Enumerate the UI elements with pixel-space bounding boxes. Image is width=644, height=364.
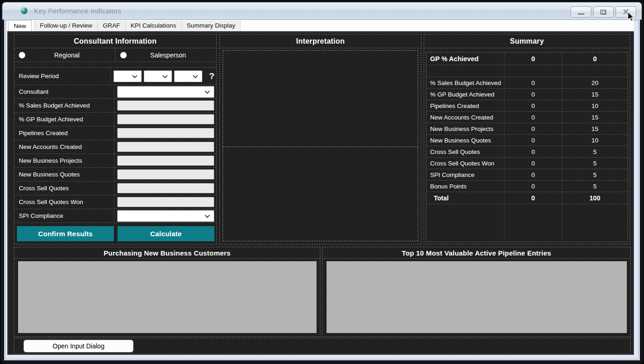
spi-compliance-dropdown[interactable] bbox=[117, 210, 214, 222]
summary-empty-area bbox=[426, 204, 627, 242]
sales-budget-input[interactable] bbox=[117, 100, 214, 111]
new-accounts-input[interactable] bbox=[117, 142, 214, 152]
review-period-controls: ? bbox=[111, 68, 216, 85]
review-period-month-dropdown[interactable] bbox=[144, 70, 172, 82]
sales-budget-label: % Sales Budget Achieved bbox=[14, 99, 114, 112]
cross-sell-quotes-won-input[interactable] bbox=[117, 197, 214, 207]
sales-budget-row: % Sales Budget Achieved bbox=[14, 99, 216, 113]
salesperson-radio-label: Salesperson bbox=[127, 51, 210, 59]
new-business-projects-input[interactable] bbox=[117, 155, 214, 166]
summary-row-sales-budget: % Sales Budget Achieved 0 20 bbox=[426, 77, 627, 89]
spi-compliance-row: SPI Compliance bbox=[14, 209, 216, 223]
maximize-button[interactable] bbox=[593, 6, 614, 17]
cross-sell-quotes-row: Cross Sell Quotes bbox=[14, 182, 216, 195]
kpi-form: Consultant Information Regional Salesper… bbox=[7, 31, 634, 355]
summary-row-total: Total 0 100 bbox=[426, 192, 627, 204]
purchasing-customers-title: Purchasing New Business Customers bbox=[14, 247, 320, 259]
regional-radio-option[interactable]: Regional bbox=[14, 48, 116, 62]
review-period-label: Review Period bbox=[14, 68, 111, 85]
open-input-dialog-button[interactable]: Open Input Dialog bbox=[23, 340, 134, 353]
pipeline-entries-title: Top 10 Most Valuable Active Pipeline Ent… bbox=[323, 247, 630, 259]
tab-strip: New Follow-up / Review GRAF KPI Calculat… bbox=[7, 20, 634, 31]
new-business-quotes-label: New Business Quotes bbox=[14, 168, 114, 181]
consultant-row: Consultant bbox=[14, 85, 216, 99]
calculate-button[interactable]: Calculate bbox=[118, 226, 214, 241]
interpretation-panel: Interpretation bbox=[219, 34, 421, 245]
pipelines-created-input[interactable] bbox=[117, 128, 214, 138]
purchasing-customers-list-wrap bbox=[14, 259, 320, 336]
regional-radio[interactable] bbox=[19, 52, 25, 58]
review-period-row: Review Period ? bbox=[14, 68, 216, 85]
consultant-information-panel: Consultant Information Regional Salesper… bbox=[14, 34, 217, 245]
tab-follow-up-review[interactable]: Follow-up / Review bbox=[34, 21, 97, 31]
tab-summary-display[interactable]: Summary Display bbox=[181, 21, 241, 31]
gp-budget-row: % GP Budget Achieved bbox=[14, 113, 216, 126]
chevron-down-icon bbox=[205, 88, 210, 93]
summary-row-new-business-projects: New Business Projects 0 15 bbox=[426, 123, 627, 135]
spacer-row bbox=[14, 62, 216, 68]
cross-sell-quotes-won-row: Cross Sell Quotes Won bbox=[14, 195, 216, 209]
new-business-projects-row: New Business Projects bbox=[14, 154, 216, 168]
minimize-icon bbox=[578, 13, 584, 15]
pipelines-created-label: Pipelines Created bbox=[14, 126, 114, 140]
pipelines-created-row: Pipelines Created bbox=[14, 126, 216, 140]
interpretation-textbox-2 bbox=[223, 147, 418, 241]
purchasing-customers-panel: Purchasing New Business Customers bbox=[14, 247, 320, 337]
chevron-down-icon bbox=[205, 212, 210, 217]
summary-row-new-accounts: New Accounts Created 0 15 bbox=[426, 112, 627, 123]
cross-sell-quotes-label: Cross Sell Quotes bbox=[14, 182, 114, 195]
summary-row-pipelines-created: Pipelines Created 0 10 bbox=[426, 100, 627, 112]
tab-graf[interactable]: GRAF bbox=[97, 21, 125, 31]
client-area: New Follow-up / Review GRAF KPI Calculat… bbox=[7, 20, 634, 355]
new-business-quotes-input[interactable] bbox=[117, 169, 214, 180]
summary-row-bonus-points: Bonus Points 0 5 bbox=[426, 181, 627, 192]
summary-row-new-business-quotes: New Business Quotes 0 10 bbox=[426, 135, 627, 146]
salesperson-radio-option[interactable]: Salesperson bbox=[116, 48, 217, 62]
tab-kpi-calculations[interactable]: KPI Calculations bbox=[125, 21, 181, 31]
tab-new[interactable]: New bbox=[8, 20, 32, 31]
app-window: Key Performance Indicators ✕ New Follow-… bbox=[0, 0, 644, 364]
app-icon bbox=[21, 7, 28, 14]
new-accounts-row: New Accounts Created bbox=[14, 140, 216, 154]
summary-row-gp-budget: % GP Budget Achieved 0 15 bbox=[426, 89, 627, 100]
purchasing-customers-listbox[interactable] bbox=[17, 261, 317, 334]
review-period-day-dropdown[interactable] bbox=[113, 70, 142, 82]
summary-row-spi-compliance: SPI Compliance 0 5 bbox=[426, 169, 627, 181]
summary-row-gp-achieved: GP % Achieved 0 0 bbox=[426, 52, 627, 65]
mouse-cursor bbox=[627, 11, 635, 23]
consultant-buttons-row: Confirm Results Calculate bbox=[14, 224, 216, 244]
open-input-dialog-row: Open Input Dialog bbox=[14, 338, 631, 354]
chevron-down-icon bbox=[193, 73, 198, 78]
gp-budget-label: % GP Budget Achieved bbox=[14, 113, 114, 126]
chevron-down-icon bbox=[162, 73, 168, 78]
gp-budget-input[interactable] bbox=[117, 114, 214, 125]
pipeline-entries-list-wrap bbox=[323, 259, 630, 336]
chevron-down-icon bbox=[132, 73, 137, 78]
consultant-dropdown[interactable] bbox=[117, 86, 214, 98]
summary-table: GP % Achieved 0 0 % Sales Budget Achieve… bbox=[426, 52, 628, 242]
cross-sell-quotes-won-label: Cross Sell Quotes Won bbox=[14, 195, 114, 209]
summary-row-cross-sell-quotes: Cross Sell Quotes 0 5 bbox=[426, 146, 627, 158]
interpretation-title: Interpretation bbox=[220, 34, 421, 48]
review-period-year-dropdown[interactable] bbox=[174, 70, 202, 82]
consultant-type-radio-row: Regional Salesperson bbox=[14, 48, 216, 62]
review-period-help-button[interactable]: ? bbox=[209, 71, 214, 81]
regional-radio-label: Regional bbox=[25, 51, 109, 59]
window-title: Key Performance Indicators bbox=[34, 7, 121, 15]
salesperson-radio[interactable] bbox=[120, 52, 127, 58]
consultant-information-title: Consultant Information bbox=[14, 34, 216, 48]
new-business-quotes-row: New Business Quotes bbox=[14, 168, 216, 182]
minimize-button[interactable] bbox=[571, 6, 591, 17]
new-business-projects-label: New Business Projects bbox=[14, 154, 114, 167]
new-accounts-label: New Accounts Created bbox=[14, 140, 114, 154]
summary-title: Summary bbox=[424, 34, 630, 48]
titlebar: Key Performance Indicators ✕ bbox=[2, 2, 642, 20]
maximize-icon bbox=[600, 10, 606, 15]
summary-panel: Summary GP % Achieved 0 0 bbox=[424, 34, 630, 245]
cross-sell-quotes-input[interactable] bbox=[117, 183, 214, 193]
summary-row-cross-sell-quotes-won: Cross Sell Quotes Won 0 5 bbox=[426, 158, 627, 169]
summary-spacer-row bbox=[426, 65, 627, 77]
pipeline-entries-listbox[interactable] bbox=[326, 261, 627, 334]
confirm-results-button[interactable]: Confirm Results bbox=[17, 226, 114, 241]
pipeline-entries-panel: Top 10 Most Valuable Active Pipeline Ent… bbox=[322, 247, 631, 337]
